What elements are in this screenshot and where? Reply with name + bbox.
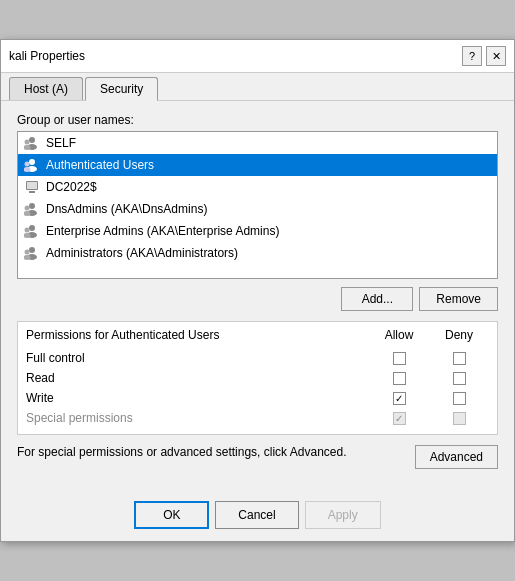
perm-row-label: Write: [26, 388, 369, 408]
list-item[interactable]: SELF: [18, 132, 497, 154]
title-bar-controls: ? ✕: [462, 46, 506, 66]
computer-icon: [24, 179, 40, 195]
user-icon: />: [24, 157, 40, 173]
permissions-table: Permissions for Authenticated Users Allo…: [26, 328, 489, 428]
write-allow-check[interactable]: [369, 388, 429, 408]
user-name: DC2022$: [46, 180, 97, 194]
allow-header: Allow: [369, 328, 429, 348]
user-listbox[interactable]: SELF /> Authenticated Users DC2022$: [17, 131, 498, 279]
advanced-section: For special permissions or advanced sett…: [17, 445, 498, 469]
checkbox-read-allow[interactable]: [393, 372, 406, 385]
permissions-label: Permissions for Authenticated Users: [26, 328, 369, 342]
svg-point-13: [25, 206, 30, 211]
checkbox-full-control-allow[interactable]: [393, 352, 406, 365]
group-label: Group or user names:: [17, 113, 498, 127]
svg-rect-10: [27, 182, 37, 189]
read-deny-check[interactable]: [429, 368, 489, 388]
svg-point-15: [29, 225, 35, 231]
svg-point-2: [25, 140, 30, 145]
svg-point-21: [25, 250, 30, 255]
svg-point-4: [29, 159, 35, 165]
perm-row-label: Read: [26, 368, 369, 388]
user-icon: [24, 201, 40, 217]
svg-rect-9: [29, 191, 35, 193]
apply-button[interactable]: Apply: [305, 501, 381, 529]
svg-point-0: [29, 137, 35, 143]
user-name: Administrators (AKA\Administrators): [46, 246, 238, 260]
user-icon: [24, 245, 40, 261]
user-action-buttons: Add... Remove: [17, 287, 498, 311]
special-deny-check: [429, 408, 489, 428]
title-bar: kali Properties ? ✕: [1, 40, 514, 73]
deny-header: Deny: [429, 328, 489, 348]
svg-point-11: [29, 203, 35, 209]
full-control-allow-check[interactable]: [369, 348, 429, 368]
advanced-text: For special permissions or advanced sett…: [17, 445, 415, 459]
checkbox-read-deny[interactable]: [453, 372, 466, 385]
tab-host-a[interactable]: Host (A): [9, 77, 83, 100]
list-item[interactable]: DC2022$: [18, 176, 497, 198]
properties-window: kali Properties ? ✕ Host (A) Security Gr…: [0, 39, 515, 542]
permissions-section: Permissions for Authenticated Users Allo…: [17, 321, 498, 435]
checkbox-special-deny: [453, 412, 466, 425]
bottom-buttons: OK Cancel Apply: [1, 493, 514, 541]
window-title: kali Properties: [9, 49, 85, 63]
tab-content: Group or user names: SELF /> Authenticat…: [1, 101, 514, 493]
svg-point-6: [25, 162, 30, 167]
checkbox-write-allow[interactable]: [393, 392, 406, 405]
list-item[interactable]: DnsAdmins (AKA\DnsAdmins): [18, 198, 497, 220]
cancel-button[interactable]: Cancel: [215, 501, 298, 529]
svg-point-19: [29, 247, 35, 253]
user-icon: [24, 223, 40, 239]
full-control-deny-check[interactable]: [429, 348, 489, 368]
checkbox-write-deny[interactable]: [453, 392, 466, 405]
remove-button[interactable]: Remove: [419, 287, 498, 311]
svg-point-17: [25, 228, 30, 233]
add-button[interactable]: Add...: [341, 287, 413, 311]
checkbox-full-control-deny[interactable]: [453, 352, 466, 365]
user-name: DnsAdmins (AKA\DnsAdmins): [46, 202, 207, 216]
list-item[interactable]: /> Authenticated Users: [18, 154, 497, 176]
read-allow-check[interactable]: [369, 368, 429, 388]
write-deny-check[interactable]: [429, 388, 489, 408]
list-item[interactable]: Administrators (AKA\Administrators): [18, 242, 497, 264]
user-name: Enterprise Admins (AKA\Enterprise Admins…: [46, 224, 279, 238]
perm-row-label: Special permissions: [26, 408, 369, 428]
perm-row-label: Full control: [26, 348, 369, 368]
title-bar-left: kali Properties: [9, 49, 85, 63]
tabs-bar: Host (A) Security: [1, 73, 514, 101]
list-item[interactable]: Enterprise Admins (AKA\Enterprise Admins…: [18, 220, 497, 242]
user-name: Authenticated Users: [46, 158, 154, 172]
ok-button[interactable]: OK: [134, 501, 209, 529]
tab-security[interactable]: Security: [85, 77, 158, 101]
help-button[interactable]: ?: [462, 46, 482, 66]
close-button[interactable]: ✕: [486, 46, 506, 66]
user-icon: [24, 135, 40, 151]
user-listbox-inner[interactable]: SELF /> Authenticated Users DC2022$: [18, 132, 497, 278]
user-name: SELF: [46, 136, 76, 150]
checkbox-special-allow: [393, 412, 406, 425]
special-allow-check: [369, 408, 429, 428]
advanced-button[interactable]: Advanced: [415, 445, 498, 469]
